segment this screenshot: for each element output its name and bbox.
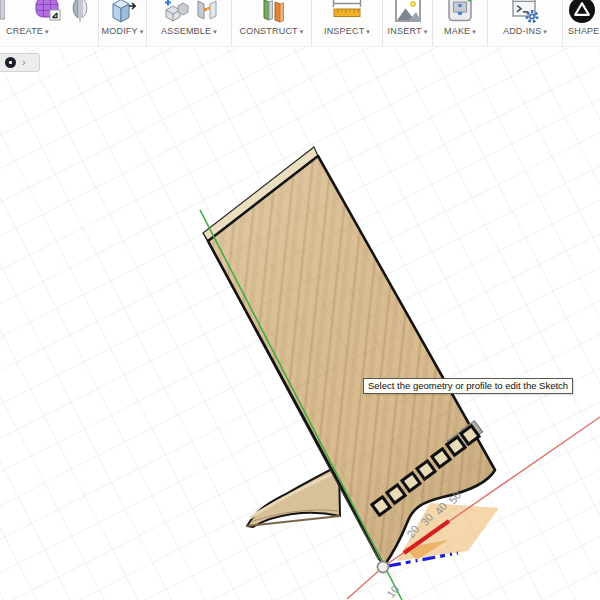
assemble-menu-button[interactable]: ASSEMBLE▾ xyxy=(161,26,217,36)
addins-menu-button[interactable]: ADD-INS▾ xyxy=(503,26,547,36)
toolbar-group-assemble[interactable]: ASSEMBLE▾ xyxy=(147,0,232,46)
shape-menu-button[interactable]: SHAPE xyxy=(568,26,600,36)
toolbar-group-shape[interactable]: SHAPE xyxy=(563,0,600,46)
ribbon-toolbar: CREATE▾ MODIFY▾ xyxy=(0,0,600,47)
shaper-icon[interactable] xyxy=(567,0,597,29)
cropped-icon[interactable] xyxy=(0,0,5,25)
mirror-icon[interactable] xyxy=(67,0,93,27)
insert-image-icon[interactable] xyxy=(393,0,423,27)
chevron-down-icon: ▾ xyxy=(366,28,370,35)
measure-icon[interactable] xyxy=(330,0,364,27)
toolbar-group-addins[interactable]: ADD-INS▾ xyxy=(488,0,563,46)
marker-dot-icon xyxy=(5,57,16,68)
construct-menu-button[interactable]: CONSTRUCT▾ xyxy=(239,26,303,36)
toolbar-group-construct[interactable]: CONSTRUCT▾ xyxy=(232,0,312,46)
model-scene: 10 20 30 40 50 xyxy=(0,46,600,600)
chevron-down-icon: ▾ xyxy=(472,28,476,35)
toolbar-group-inspect[interactable]: INSPECT▾ xyxy=(312,0,383,46)
chevron-down-icon: ▾ xyxy=(543,28,547,35)
modify-menu-button[interactable]: MODIFY▾ xyxy=(102,26,144,36)
fusion360-window: CREATE▾ MODIFY▾ xyxy=(0,0,600,600)
joint-icon[interactable] xyxy=(195,0,219,27)
new-component-icon[interactable] xyxy=(160,0,190,27)
panel-toggle-button[interactable]: › xyxy=(0,53,40,72)
chevron-right-icon: › xyxy=(22,57,26,68)
origin-point[interactable] xyxy=(378,562,389,573)
chevron-down-icon: ▾ xyxy=(424,28,428,35)
toolbar-group-create[interactable]: CREATE▾ xyxy=(0,0,99,46)
chevron-down-icon: ▾ xyxy=(140,28,144,35)
toolbar-group-insert[interactable]: INSERT▾ xyxy=(383,0,433,46)
construct-plane-icon[interactable] xyxy=(257,0,287,27)
insert-menu-button[interactable]: INSERT▾ xyxy=(388,26,428,36)
toolbar-group-make[interactable]: MAKE▾ xyxy=(433,0,488,46)
chevron-down-icon: ▾ xyxy=(300,28,304,35)
viewport-canvas[interactable]: 10 20 30 40 50 Select the geometry or pr… xyxy=(0,46,600,600)
chevron-down-icon: ▾ xyxy=(45,28,49,35)
toolbar-group-modify[interactable]: MODIFY▾ xyxy=(99,0,147,46)
create-menu-button[interactable]: CREATE▾ xyxy=(6,26,49,36)
print-3d-icon[interactable] xyxy=(445,0,475,27)
chevron-down-icon: ▾ xyxy=(213,28,217,35)
inspect-menu-button[interactable]: INSPECT▾ xyxy=(324,26,370,36)
press-pull-icon[interactable] xyxy=(108,0,138,29)
form-icon[interactable] xyxy=(34,0,62,27)
scripts-addins-icon[interactable] xyxy=(510,0,540,27)
hint-tooltip: Select the geometry or profile to edit t… xyxy=(363,378,573,394)
make-menu-button[interactable]: MAKE▾ xyxy=(444,26,476,36)
